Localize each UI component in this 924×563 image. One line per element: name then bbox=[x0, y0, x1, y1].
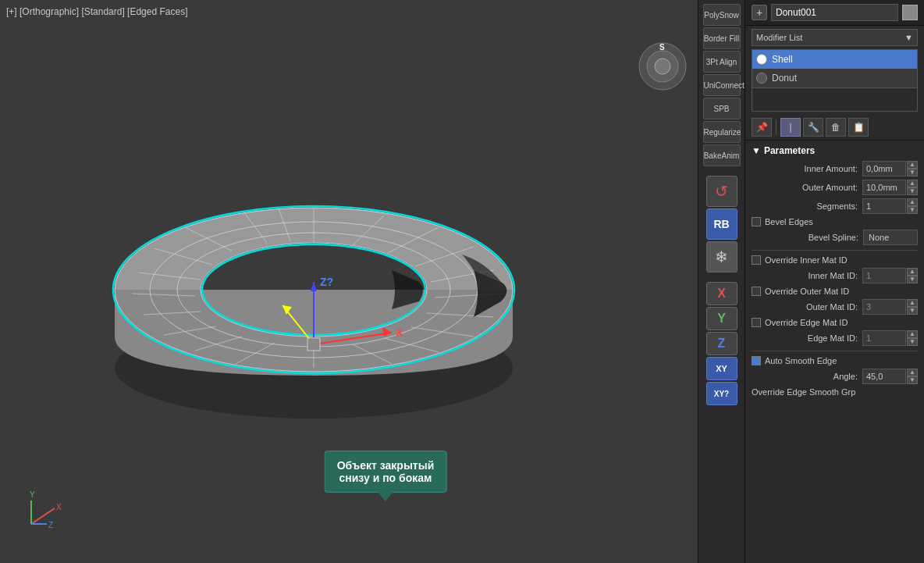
pin-button[interactable]: 📌 bbox=[752, 118, 772, 137]
modifier-btn2[interactable]: 🔧 bbox=[803, 118, 823, 137]
border-fill-button[interactable]: Border Fill bbox=[703, 27, 741, 49]
auto-smooth-checkbox[interactable] bbox=[752, 356, 761, 365]
svg-rect-37 bbox=[307, 338, 320, 351]
modifier-item-donut[interactable]: Donut bbox=[752, 69, 917, 87]
override-outer-label: Override Outer Mat ID bbox=[765, 287, 849, 296]
viewport[interactable]: [+] [Orthographic] [Standard] [Edged Fac… bbox=[0, 0, 698, 563]
edge-mat-id-down[interactable]: ▼ bbox=[907, 338, 918, 346]
inner-mat-id-up[interactable]: ▲ bbox=[907, 268, 918, 276]
edge-mat-id-label: Edge Mat ID: bbox=[752, 333, 862, 343]
outer-mat-id-up[interactable]: ▲ bbox=[907, 299, 918, 307]
segments-up[interactable]: ▲ bbox=[907, 198, 918, 206]
segments-row: Segments: 1 ▲ ▼ bbox=[752, 198, 918, 214]
override-inner-checkbox[interactable] bbox=[752, 255, 761, 265]
modifier-list-spacer bbox=[752, 87, 917, 111]
inner-amount-up[interactable]: ▲ bbox=[907, 161, 918, 169]
inner-amount-spinner: ▲ ▼ bbox=[907, 161, 918, 176]
segments-input-group: 1 ▲ ▼ bbox=[862, 198, 918, 214]
bevel-spline-row: Bevel Spline: None bbox=[752, 230, 918, 245]
outer-amount-down[interactable]: ▼ bbox=[907, 187, 918, 195]
visibility-dot[interactable] bbox=[756, 54, 767, 65]
snowflake-button[interactable]: ❄ bbox=[706, 241, 737, 273]
tooltip: Объект закрытый снизу и по бокам bbox=[325, 451, 447, 493]
auto-smooth-row: Auto Smooth Edge bbox=[752, 356, 918, 365]
edge-mat-id-value[interactable]: 1 bbox=[862, 330, 906, 346]
viewport-gizmo: X Y Z bbox=[23, 485, 70, 532]
override-inner-label: Override Inner Mat ID bbox=[765, 255, 848, 265]
regularize-button[interactable]: Regularize bbox=[703, 121, 741, 143]
outer-amount-input-group: 10,0mm ▲ ▼ bbox=[862, 180, 918, 195]
outer-amount-up[interactable]: ▲ bbox=[907, 180, 918, 187]
inner-mat-id-row: Inner Mat ID: 1 ▲ ▼ bbox=[752, 268, 918, 283]
svg-text:X: X bbox=[396, 326, 403, 339]
plugin-toolbar: PolySnow Border Fill 3Pt Align UniConnec… bbox=[698, 0, 745, 563]
modifier-btn4[interactable]: 📋 bbox=[848, 118, 869, 137]
inner-mat-id-spinner: ▲ ▼ bbox=[907, 268, 918, 283]
parameters-title: ▼ Parameters bbox=[752, 145, 918, 156]
angle-input-group: 45,0 ▲ ▼ bbox=[862, 369, 918, 384]
outer-mat-id-value[interactable]: 3 bbox=[862, 299, 906, 315]
donut-3d-object: Z? X bbox=[80, 126, 548, 438]
add-modifier-button[interactable]: + bbox=[752, 5, 767, 20]
bevel-edges-row: Bevel Edges bbox=[752, 217, 918, 226]
inner-mat-id-down[interactable]: ▼ bbox=[907, 276, 918, 283]
angle-spinner: ▲ ▼ bbox=[907, 369, 918, 384]
angle-down[interactable]: ▼ bbox=[907, 376, 918, 384]
xy-alt-button[interactable]: XY? bbox=[706, 382, 737, 405]
modifier-active-button[interactable]: | bbox=[780, 118, 801, 137]
svg-text:Y: Y bbox=[30, 490, 35, 499]
segments-down[interactable]: ▼ bbox=[907, 206, 918, 214]
undo-icon-button[interactable]: ↺ bbox=[706, 176, 737, 207]
angle-label: Angle: bbox=[752, 372, 862, 381]
z-axis-button[interactable]: Z bbox=[706, 332, 737, 355]
dropdown-arrow-icon: ▼ bbox=[904, 33, 913, 42]
segments-spinner: ▲ ▼ bbox=[907, 198, 918, 214]
inner-mat-id-value[interactable]: 1 bbox=[862, 268, 906, 283]
bevel-edges-label: Bevel Edges bbox=[765, 217, 813, 226]
override-outer-row: Override Outer Mat ID bbox=[752, 287, 918, 296]
y-axis-button[interactable]: Y bbox=[706, 307, 737, 330]
spb-button[interactable]: SPB bbox=[703, 98, 741, 119]
section-divider-2 bbox=[752, 351, 918, 351]
outer-amount-label: Outer Amount: bbox=[752, 183, 862, 192]
section-divider-1 bbox=[752, 250, 918, 251]
rb-button[interactable]: RB bbox=[706, 208, 737, 240]
tooltip-line1: Объект закрытый bbox=[337, 459, 435, 472]
inner-amount-down[interactable]: ▼ bbox=[907, 169, 918, 176]
inner-amount-row: Inner Amount: 0,0mm ▲ ▼ bbox=[752, 161, 918, 176]
polysnow-button[interactable]: PolySnow bbox=[703, 4, 741, 26]
object-color-swatch[interactable] bbox=[902, 5, 918, 20]
uniconnector-button[interactable]: UniConnector bbox=[703, 74, 741, 96]
override-edge-checkbox[interactable] bbox=[752, 318, 761, 327]
inner-amount-value[interactable]: 0,0mm bbox=[862, 161, 906, 176]
angle-value[interactable]: 45,0 bbox=[862, 369, 906, 384]
outer-amount-value[interactable]: 10,0mm bbox=[862, 180, 906, 195]
xy-axis-button[interactable]: XY bbox=[706, 357, 737, 380]
modifier-list-dropdown[interactable]: Modifier List ▼ bbox=[752, 29, 918, 46]
panel-header: + Donut001 bbox=[745, 0, 924, 26]
object-name-field[interactable]: Donut001 bbox=[771, 4, 898, 21]
right-panel: + Donut001 Modifier List ▼ Shell Donut 📌… bbox=[745, 0, 924, 563]
tooltip-arrow bbox=[378, 492, 393, 501]
bevel-spline-value[interactable]: None bbox=[863, 230, 918, 245]
delete-modifier-button[interactable]: 🗑 bbox=[826, 118, 846, 137]
svg-point-42 bbox=[655, 59, 670, 74]
bakeanim-button[interactable]: BakeAnim bbox=[703, 144, 741, 166]
parameters-section: ▼ Parameters Inner Amount: 0,0mm ▲ ▼ Out… bbox=[745, 141, 924, 563]
segments-value[interactable]: 1 bbox=[862, 198, 906, 214]
angle-up[interactable]: ▲ bbox=[907, 369, 918, 376]
3pt-align-button[interactable]: 3Pt Align bbox=[703, 51, 741, 73]
override-edge-row: Override Edge Mat ID bbox=[752, 318, 918, 327]
svg-text:Z?: Z? bbox=[320, 276, 333, 288]
x-axis-button[interactable]: X bbox=[706, 282, 737, 305]
override-outer-checkbox[interactable] bbox=[752, 287, 761, 296]
modifier-item-shell[interactable]: Shell bbox=[752, 50, 917, 69]
edge-mat-id-up[interactable]: ▲ bbox=[907, 330, 918, 338]
edge-mat-id-row: Edge Mat ID: 1 ▲ ▼ bbox=[752, 330, 918, 346]
modifier-toolbar: 📌 | 🔧 🗑 📋 bbox=[745, 115, 924, 141]
bevel-edges-checkbox[interactable] bbox=[752, 217, 761, 226]
edge-mat-id-spinner: ▲ ▼ bbox=[907, 330, 918, 346]
outer-mat-id-down[interactable]: ▼ bbox=[907, 307, 918, 315]
inner-mat-id-label: Inner Mat ID: bbox=[752, 271, 862, 280]
viewport-label: [+] [Orthographic] [Standard] [Edged Fac… bbox=[6, 6, 187, 17]
